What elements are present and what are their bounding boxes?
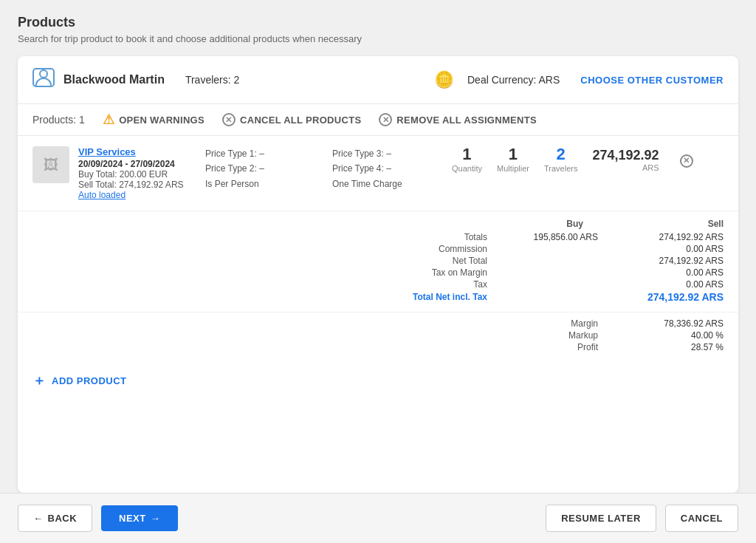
totals-label-net: Total Net incl. Tax [354, 292, 502, 302]
products-count: Products: 1 [32, 114, 85, 126]
warning-icon: ⚠ [103, 112, 114, 128]
product-date-range: 20/09/2024 - 27/09/2024 [78, 159, 196, 169]
price-type-2: Price Type 2: – [205, 161, 323, 176]
totals-row-0: Totals 195,856.00 ARS 274,192.92 ARS [32, 232, 724, 242]
product-auto-loaded[interactable]: Auto loaded [78, 190, 196, 200]
multiplier-item: 1 Multiplier [497, 146, 529, 173]
remove-all-icon: ✕ [379, 113, 392, 126]
travelers-label: Travelers [544, 164, 577, 173]
sell-price-value: 274,192.92 [592, 148, 659, 163]
price-type-4: Price Type 4: – [332, 161, 443, 176]
customer-name: Blackwood Martin [63, 73, 165, 86]
profit-row: Profit 28.57 % [32, 342, 724, 352]
markup-row: Markup 40.00 % [32, 330, 724, 341]
products-toolbar: Products: 1 ⚠ OPEN WARNINGS ✕ CANCEL ALL… [18, 104, 738, 136]
travelers-value: 2 [557, 146, 566, 163]
totals-buy-0: 195,856.00 ARS [502, 232, 613, 242]
cancel-all-action[interactable]: ✕ CANCEL ALL PRODUCTS [222, 113, 361, 126]
price-type-1: Price Type 1: – [205, 146, 323, 161]
totals-row-3: Tax on Margin 0.00 ARS [32, 267, 724, 278]
footer: ← BACK NEXT → RESUME LATER CANCEL [0, 493, 756, 543]
quantity-value: 1 [462, 146, 471, 163]
back-label: BACK [48, 513, 78, 524]
cancel-all-icon: ✕ [222, 113, 236, 126]
multiplier-label: Multiplier [497, 164, 529, 173]
product-thumbnail: 🖼 [32, 146, 69, 183]
price-types-right: Price Type 3: – Price Type 4: – One Time… [332, 146, 443, 191]
one-time-charge: One Time Charge [332, 177, 443, 191]
remove-circle-x-icon: ✕ [680, 154, 693, 168]
margin-row: Margin 78,336.92 ARS [32, 318, 724, 329]
totals-row-2: Net Total 274,192.92 ARS [32, 256, 724, 266]
totals-sell-1: 0.00 ARS [613, 244, 724, 254]
page-subtitle: Search for trip product to book it and c… [18, 33, 738, 44]
next-arrow-icon: → [151, 513, 161, 524]
product-row: 🖼 VIP Services 20/09/2024 - 27/09/2024 B… [18, 136, 738, 211]
quantity-block: 1 Quantity 1 Multiplier 2 Travelers 274,… [452, 146, 724, 173]
add-product-icon: ＋ [32, 372, 46, 389]
totals-row-1: Commission 0.00 ARS [32, 244, 724, 254]
markup-value: 40.00 % [613, 330, 724, 341]
totals-sell-net: 274,192.92 ARS [613, 291, 724, 303]
profit-label: Profit [465, 342, 613, 352]
profit-value: 28.57 % [613, 342, 724, 352]
open-warnings-action[interactable]: ⚠ OPEN WARNINGS [103, 112, 205, 128]
image-icon: 🖼 [44, 157, 58, 174]
is-per-person: Is Per Person [205, 177, 323, 191]
remove-product-button[interactable]: ✕ [680, 151, 693, 168]
page-title: Products [18, 15, 738, 30]
cancel-button[interactable]: CANCEL [665, 505, 738, 532]
totals-sell-2: 274,192.92 ARS [613, 256, 724, 266]
remove-all-label: REMOVE ALL ASSIGNMENTS [396, 115, 537, 126]
multiplier-value: 1 [509, 146, 518, 163]
add-product-label: ADD PRODUCT [52, 375, 127, 386]
totals-row-4: Tax 0.00 ARS [32, 279, 724, 290]
markup-label: Markup [465, 330, 613, 341]
remove-all-action[interactable]: ✕ REMOVE ALL ASSIGNMENTS [379, 113, 537, 126]
customer-header: Blackwood Martin Travelers: 2 🪙 Deal Cur… [18, 56, 738, 104]
totals-label-0: Totals [354, 232, 502, 242]
product-buy-total: Buy Total: 200.00 EUR [78, 169, 196, 180]
totals-label-4: Tax [354, 279, 502, 290]
totals-label-2: Net Total [354, 256, 502, 266]
totals-label-1: Commission [354, 244, 502, 254]
price-types-left: Price Type 1: – Price Type 2: – Is Per P… [205, 146, 323, 191]
buy-header: Buy [487, 219, 583, 229]
travelers-text: Travelers: 2 [185, 74, 239, 86]
back-arrow-icon: ← [33, 513, 44, 524]
totals-label-3: Tax on Margin [354, 267, 502, 278]
choose-other-customer-button[interactable]: CHOOSE OTHER CUSTOMER [580, 75, 724, 86]
sell-header: Sell [628, 219, 724, 229]
price-type-3: Price Type 3: – [332, 146, 443, 161]
margin-section: Margin 78,336.92 ARS Markup 40.00 % Prof… [18, 313, 738, 360]
product-info: VIP Services 20/09/2024 - 27/09/2024 Buy… [78, 146, 196, 200]
next-button[interactable]: NEXT → [101, 505, 178, 531]
back-button[interactable]: ← BACK [18, 505, 92, 532]
product-name[interactable]: VIP Services [78, 146, 196, 157]
totals-section: Buy Sell Totals 195,856.00 ARS 274,192.9… [18, 211, 738, 313]
deal-currency-icon: 🪙 [434, 70, 454, 89]
product-sell-total: Sell Total: 274,192.92 ARS [78, 180, 196, 190]
sell-currency: ARS [642, 163, 659, 172]
travelers-item: 2 Travelers [544, 146, 577, 173]
totals-row-net: Total Net incl. Tax 274,192.92 ARS [32, 291, 724, 303]
next-label: NEXT [119, 513, 146, 524]
open-warnings-label: OPEN WARNINGS [119, 115, 205, 126]
customer-icon [32, 68, 55, 92]
deal-currency-text: Deal Currency: ARS [467, 74, 560, 86]
totals-sell-4: 0.00 ARS [613, 279, 724, 290]
add-product-row[interactable]: ＋ ADD PRODUCT [18, 360, 738, 401]
margin-label: Margin [465, 318, 613, 329]
margin-value: 78,336.92 ARS [613, 318, 724, 329]
quantity-item: 1 Quantity [452, 146, 482, 173]
resume-later-button[interactable]: RESUME LATER [546, 505, 656, 532]
totals-sell-0: 274,192.92 ARS [613, 232, 724, 242]
totals-sell-3: 0.00 ARS [613, 267, 724, 278]
cancel-all-label: CANCEL ALL PRODUCTS [240, 115, 361, 126]
sell-price-block: 274,192.92 ARS [592, 148, 659, 172]
quantity-label: Quantity [452, 164, 482, 173]
